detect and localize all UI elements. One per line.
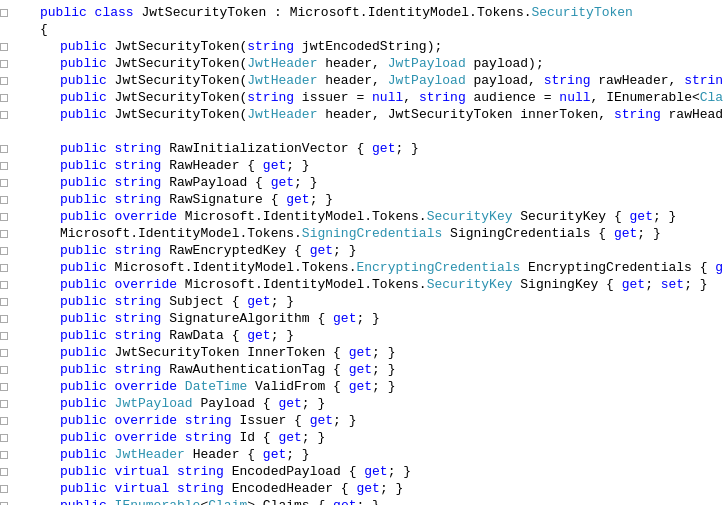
- line-gutter: [0, 196, 38, 204]
- token: get: [372, 141, 395, 156]
- code-line: public JwtSecurityToken(JwtHeader header…: [0, 55, 724, 72]
- line-gutter: [0, 485, 38, 493]
- line-content: public JwtSecurityToken(JwtHeader header…: [38, 72, 724, 89]
- code-line: public virtual string EncodedPayload { g…: [0, 463, 724, 480]
- collapse-dot[interactable]: [0, 43, 8, 51]
- line-content: public Microsoft.IdentityModel.Tokens.En…: [38, 259, 724, 276]
- token: get: [349, 362, 372, 377]
- token: public: [60, 192, 115, 207]
- collapse-dot[interactable]: [0, 247, 8, 255]
- collapse-dot[interactable]: [0, 264, 8, 272]
- token: public: [60, 260, 115, 275]
- line-gutter: [0, 281, 38, 289]
- token: SigningCredentials: [302, 226, 442, 241]
- token: :: [266, 5, 289, 20]
- line-gutter: [0, 94, 38, 102]
- collapse-dot[interactable]: [0, 94, 8, 102]
- token: JwtSecurityToken(: [115, 56, 248, 71]
- token: get: [333, 311, 356, 326]
- code-line: public override Microsoft.IdentityModel.…: [0, 276, 724, 293]
- line-content: public string RawSignature { get; }: [38, 191, 333, 208]
- collapse-dot[interactable]: [0, 366, 8, 374]
- token: Claim: [700, 90, 724, 105]
- collapse-dot[interactable]: [0, 145, 8, 153]
- collapse-dot[interactable]: [0, 179, 8, 187]
- code-line: public class JwtSecurityToken : Microsof…: [0, 4, 724, 21]
- collapse-dot[interactable]: [0, 332, 8, 340]
- token: get: [356, 481, 379, 496]
- code-line: public string RawInitializationVector { …: [0, 140, 724, 157]
- line-gutter: [0, 77, 38, 85]
- collapse-dot[interactable]: [0, 400, 8, 408]
- token: get: [286, 192, 309, 207]
- collapse-dot[interactable]: [0, 111, 8, 119]
- collapse-dot[interactable]: [0, 77, 8, 85]
- token: null: [372, 90, 403, 105]
- token: public: [60, 413, 115, 428]
- collapse-dot[interactable]: [0, 485, 8, 493]
- collapse-dot[interactable]: [0, 162, 8, 170]
- token: ; }: [372, 345, 395, 360]
- collapse-dot[interactable]: [0, 417, 8, 425]
- token: issuer =: [302, 90, 372, 105]
- code-line: public override string Id { get; }: [0, 429, 724, 446]
- token: public: [60, 73, 115, 88]
- token: virtual: [115, 464, 177, 479]
- line-content: {: [38, 21, 48, 38]
- collapse-dot[interactable]: [0, 281, 8, 289]
- token: string: [419, 90, 474, 105]
- token: string: [115, 243, 170, 258]
- code-line: public JwtHeader Header { get; }: [0, 446, 724, 463]
- line-gutter: [0, 502, 38, 506]
- token: ; }: [357, 498, 380, 505]
- token: string: [544, 73, 599, 88]
- token: string: [115, 141, 170, 156]
- token: get: [333, 498, 356, 505]
- token: SecurityKey: [427, 209, 513, 224]
- token: JwtPayload: [388, 73, 466, 88]
- line-gutter: [0, 162, 38, 170]
- token: get: [263, 158, 286, 173]
- token: string: [115, 328, 170, 343]
- token: JwtSecurityToken(: [115, 107, 248, 122]
- token: RawAuthenticationTag {: [169, 362, 348, 377]
- collapse-dot[interactable]: [0, 196, 8, 204]
- collapse-dot[interactable]: [0, 213, 8, 221]
- token: JwtSecurityToken(: [115, 73, 248, 88]
- token: string: [177, 464, 232, 479]
- token: JwtHeader: [115, 447, 185, 462]
- token: ; }: [302, 430, 325, 445]
- collapse-dot[interactable]: [0, 230, 8, 238]
- token: EncryptingCredentials {: [520, 260, 715, 275]
- line-content: public class JwtSecurityToken : Microsof…: [38, 4, 633, 21]
- code-line: public JwtSecurityToken(string jwtEncode…: [0, 38, 724, 55]
- collapse-dot[interactable]: [0, 434, 8, 442]
- line-gutter: [0, 451, 38, 459]
- collapse-dot[interactable]: [0, 60, 8, 68]
- collapse-dot[interactable]: [0, 315, 8, 323]
- token: public: [60, 396, 115, 411]
- token: get: [310, 413, 333, 428]
- collapse-dot[interactable]: [0, 349, 8, 357]
- collapse-dot[interactable]: [0, 451, 8, 459]
- collapse-dot[interactable]: [0, 468, 8, 476]
- code-line: public string RawEncryptedKey { get; }: [0, 242, 724, 259]
- token: public: [60, 90, 115, 105]
- token: get: [278, 430, 301, 445]
- collapse-dot[interactable]: [0, 9, 8, 17]
- collapse-dot[interactable]: [0, 383, 8, 391]
- token: JwtHeader: [247, 73, 317, 88]
- token: get: [247, 328, 270, 343]
- collapse-dot[interactable]: [0, 502, 8, 506]
- line-gutter: [0, 298, 38, 306]
- collapse-dot[interactable]: [0, 298, 8, 306]
- token: public: [60, 328, 115, 343]
- token: EncodedHeader {: [232, 481, 357, 496]
- token: ; }: [302, 396, 325, 411]
- token: EncodedPayload {: [232, 464, 365, 479]
- line-content: public override string Id { get; }: [38, 429, 325, 446]
- token: ;: [645, 277, 661, 292]
- token: ; }: [333, 243, 356, 258]
- token: RawInitializationVector {: [169, 141, 372, 156]
- token: JwtPayload: [115, 396, 193, 411]
